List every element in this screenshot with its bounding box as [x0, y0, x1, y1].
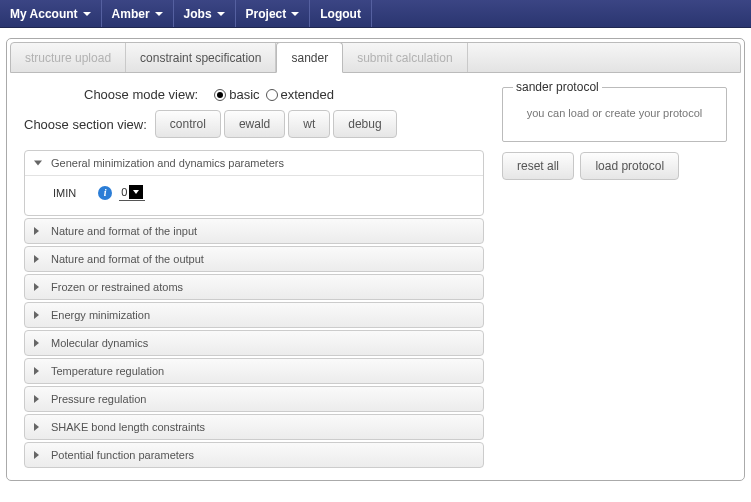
radio-extended[interactable] [266, 89, 278, 101]
info-icon[interactable]: i [98, 186, 112, 200]
tabstrip: structure upload constraint specificatio… [10, 42, 741, 73]
protocol-panel: sander protocol you can load or create y… [502, 87, 727, 142]
navbar: My Account Amber Jobs Project Logout [0, 0, 751, 28]
accordion-header[interactable]: Nature and format of the input [25, 219, 483, 243]
nav-label: Logout [320, 7, 361, 21]
nav-label: My Account [10, 7, 78, 21]
protocol-legend: sander protocol [513, 80, 602, 94]
tab-structure-upload[interactable]: structure upload [11, 43, 126, 72]
accordion-header[interactable]: Temperature regulation [25, 359, 483, 383]
section-debug-button[interactable]: debug [333, 110, 396, 138]
load-protocol-button[interactable]: load protocol [580, 152, 679, 180]
nav-label: Jobs [184, 7, 212, 21]
accordion-header[interactable]: Nature and format of the output [25, 247, 483, 271]
param-value: 0 [121, 186, 127, 198]
reset-all-button[interactable]: reset all [502, 152, 574, 180]
tab-constraint-specification[interactable]: constraint specification [126, 43, 276, 72]
nav-project[interactable]: Project [236, 0, 311, 27]
tab-label: structure upload [25, 51, 111, 65]
accordion-header[interactable]: General minimization and dynamics parame… [25, 151, 483, 175]
nav-my-account[interactable]: My Account [0, 0, 102, 27]
accordion-header[interactable]: Energy minimization [25, 303, 483, 327]
accordion-item: Temperature regulation [24, 358, 484, 384]
accordion-item: Potential function parameters [24, 442, 484, 468]
section-wt-button[interactable]: wt [288, 110, 330, 138]
nav-label: Project [246, 7, 287, 21]
page-panel: structure upload constraint specificatio… [6, 38, 745, 481]
chevron-down-icon [217, 12, 225, 16]
tab-label: constraint specification [140, 51, 261, 65]
tab-sander[interactable]: sander [276, 42, 343, 73]
chevron-down-icon [129, 185, 143, 199]
accordion-item: Molecular dynamics [24, 330, 484, 356]
tab-submit-calculation[interactable]: submit calculation [343, 43, 467, 72]
accordion-item: Nature and format of the input [24, 218, 484, 244]
accordion-header[interactable]: Pressure regulation [25, 387, 483, 411]
accordion-item: Nature and format of the output [24, 246, 484, 272]
mode-view-label: Choose mode view: [84, 87, 198, 102]
nav-amber[interactable]: Amber [102, 0, 174, 27]
accordion-header[interactable]: Molecular dynamics [25, 331, 483, 355]
param-dropdown[interactable]: 0 [119, 184, 145, 201]
nav-logout[interactable]: Logout [310, 0, 372, 27]
chevron-down-icon [291, 12, 299, 16]
accordion: General minimization and dynamics parame… [24, 150, 484, 468]
accordion-item: Frozen or restrained atoms [24, 274, 484, 300]
radio-label: basic [229, 87, 259, 102]
param-name: IMIN [53, 187, 76, 199]
chevron-down-icon [155, 12, 163, 16]
accordion-item: General minimization and dynamics parame… [24, 150, 484, 216]
tab-label: submit calculation [357, 51, 452, 65]
nav-label: Amber [112, 7, 150, 21]
accordion-header[interactable]: Frozen or restrained atoms [25, 275, 483, 299]
nav-jobs[interactable]: Jobs [174, 0, 236, 27]
protocol-message: you can load or create your protocol [513, 104, 716, 123]
accordion-item: SHAKE bond length constraints [24, 414, 484, 440]
radio-basic[interactable] [214, 89, 226, 101]
section-ewald-button[interactable]: ewald [224, 110, 285, 138]
section-control-button[interactable]: control [155, 110, 221, 138]
accordion-header[interactable]: SHAKE bond length constraints [25, 415, 483, 439]
radio-label: extended [281, 87, 335, 102]
accordion-item: Energy minimization [24, 302, 484, 328]
accordion-item: Pressure regulation [24, 386, 484, 412]
section-view-label: Choose section view: [24, 117, 147, 132]
chevron-down-icon [83, 12, 91, 16]
tab-label: sander [291, 51, 328, 65]
accordion-header[interactable]: Potential function parameters [25, 443, 483, 467]
